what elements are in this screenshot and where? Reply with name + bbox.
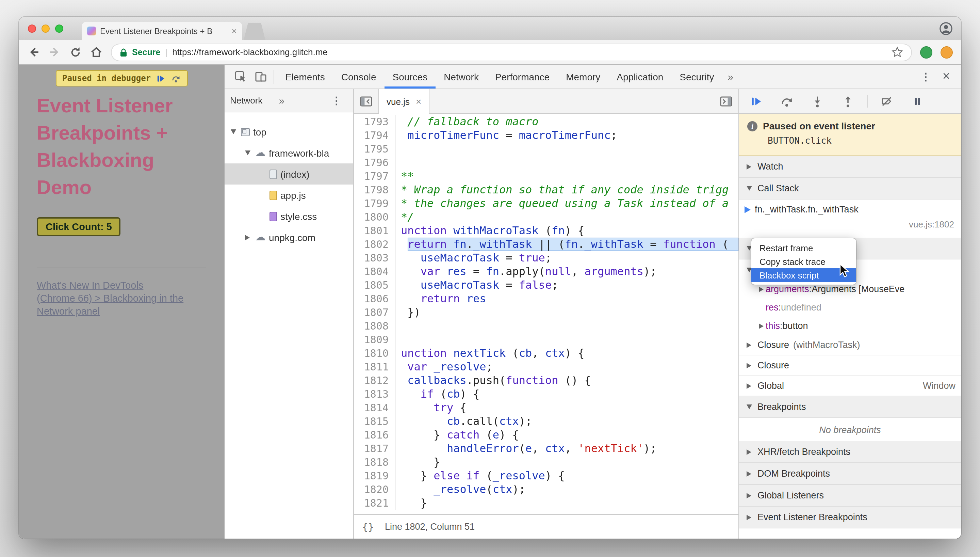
click-count-button[interactable]: Click Count: 5 [37, 217, 121, 236]
devtools-close-icon[interactable]: × [937, 68, 956, 85]
code-line[interactable]: 1819 } else if (_resolve) { [354, 469, 738, 483]
pretty-print-icon[interactable]: {} [362, 521, 374, 532]
section-xhr-fetch-breakpoints[interactable]: XHR/fetch Breakpoints [739, 441, 961, 463]
line-number[interactable]: 1815 [354, 415, 396, 428]
line-number[interactable]: 1807 [354, 306, 396, 319]
link-line[interactable]: (Chrome 66) > Blackboxing in the [37, 292, 206, 305]
devtools-tab-performance[interactable]: Performance [487, 65, 558, 88]
section-breakpoints[interactable]: Breakpoints [739, 396, 961, 418]
code-line[interactable]: 1808 [354, 319, 738, 333]
line-number[interactable]: 1816 [354, 428, 396, 442]
banner-step-over-icon[interactable] [170, 74, 181, 83]
code-line[interactable]: 1795 [354, 142, 738, 156]
section-watch[interactable]: Watch [739, 156, 961, 178]
resume-button[interactable] [750, 95, 762, 107]
code-line[interactable]: 1797** [354, 169, 738, 183]
more-tabs-icon[interactable]: » [722, 71, 739, 82]
tree-item-unpkg-com[interactable]: ☁unpkg.com [225, 227, 353, 248]
expand-icon[interactable] [757, 323, 766, 329]
forward-button[interactable] [48, 46, 61, 59]
editor-tab-close-icon[interactable]: × [416, 96, 421, 107]
line-number[interactable]: 1812 [354, 374, 396, 388]
line-number[interactable]: 1794 [354, 129, 396, 142]
step-out-button[interactable] [842, 95, 854, 107]
step-into-button[interactable] [811, 95, 823, 107]
devtools-menu-icon[interactable]: ⋮ [915, 70, 937, 83]
code-line[interactable]: 1804 var res = fn.apply(null, arguments)… [354, 265, 738, 278]
section-call-stack[interactable]: Call Stack [739, 178, 961, 200]
line-number[interactable]: 1814 [354, 401, 396, 415]
code-line[interactable]: 1809 [354, 333, 738, 347]
window-minimize-button[interactable] [42, 24, 50, 33]
scope-variable-res[interactable]: res: undefined [739, 298, 961, 317]
code-line[interactable]: 1793 // fallback to macro [354, 115, 738, 129]
devtools-tab-security[interactable]: Security [672, 65, 722, 88]
line-number[interactable]: 1805 [354, 278, 396, 292]
back-button[interactable] [27, 46, 40, 59]
navigator-more-tabs-icon[interactable]: » [273, 94, 290, 106]
devtools-tab-sources[interactable]: Sources [384, 65, 436, 88]
code-line[interactable]: 1811 var _resolve; [354, 360, 738, 374]
devtools-tab-memory[interactable]: Memory [558, 65, 608, 88]
devtools-tab-elements[interactable]: Elements [277, 65, 333, 88]
code-line[interactable]: 1799* the changes are queued using a Tas… [354, 197, 738, 210]
code-line[interactable]: 1806 return res [354, 292, 738, 306]
code-line[interactable]: 1805 useMacroTask = false; [354, 278, 738, 292]
inspect-element-icon[interactable] [230, 65, 250, 88]
section-global-listeners[interactable]: Global Listeners [739, 485, 961, 507]
line-number[interactable]: 1817 [354, 442, 396, 456]
call-stack-frame[interactable]: fn._withTask.fn._withTask vue.js:1802 [739, 200, 961, 238]
page-link[interactable]: What's New In DevTools(Chrome 66) > Blac… [37, 279, 206, 318]
line-number[interactable]: 1797 [354, 169, 396, 183]
code-line[interactable]: 1796 [354, 156, 738, 169]
tree-expand-icon[interactable] [243, 235, 252, 240]
line-number[interactable]: 1810 [354, 347, 396, 360]
navigator-tab-network[interactable]: Network [230, 95, 262, 106]
url-text[interactable]: https://framework-blackboxing.glitch.me [172, 47, 887, 57]
tab-close-icon[interactable]: × [232, 26, 237, 36]
code-line[interactable]: 1798* Wrap a function so that if any cod… [354, 183, 738, 197]
expand-icon[interactable] [757, 286, 766, 292]
tree-item-app-js[interactable]: app.js [225, 184, 353, 206]
editor-tab-vue-js[interactable]: vue.js × [378, 89, 430, 114]
tree-item-index[interactable]: (index) [225, 163, 353, 184]
line-number[interactable]: 1798 [354, 183, 396, 197]
code-line[interactable]: 1813 if (cb) { [354, 388, 738, 401]
step-over-button[interactable] [780, 95, 793, 107]
link-line[interactable]: What's New In DevTools [37, 279, 206, 292]
code-line[interactable]: 1820 _resolve(ctx); [354, 483, 738, 497]
new-tab-button[interactable] [243, 23, 265, 40]
toggle-debugger-sidebar-icon[interactable] [714, 89, 738, 113]
code-line[interactable]: 1817 handleError(e, ctx, 'nextTick'); [354, 442, 738, 456]
tree-item-style-css[interactable]: style.css [225, 206, 353, 227]
scope-closure[interactable]: Closure(withMacroTask) [739, 335, 961, 355]
line-number[interactable]: 1803 [354, 251, 396, 265]
section-dom-breakpoints[interactable]: DOM Breakpoints [739, 463, 961, 485]
code-line[interactable]: 1818 } [354, 456, 738, 469]
frame-location[interactable]: vue.js:1802 [745, 219, 954, 230]
code-line[interactable]: 1821 } [354, 497, 738, 510]
link-line[interactable]: Network panel [37, 305, 206, 318]
code-line[interactable]: 1807 }) [354, 306, 738, 319]
section-event-listener-breakpoints[interactable]: Event Listener Breakpoints [739, 507, 961, 528]
line-number[interactable]: 1821 [354, 497, 396, 510]
browser-menu-update-icon[interactable] [941, 46, 953, 58]
line-number[interactable]: 1796 [354, 156, 396, 169]
tree-item-framework-bla[interactable]: ☁framework-bla [225, 142, 353, 163]
line-number[interactable]: 1820 [354, 483, 396, 497]
scope-closure[interactable]: Closure [739, 355, 961, 376]
line-number[interactable]: 1802 [354, 238, 396, 251]
toggle-navigator-icon[interactable] [354, 89, 378, 113]
line-number[interactable]: 1799 [354, 197, 396, 210]
banner-resume-icon[interactable] [156, 74, 165, 83]
window-close-button[interactable] [28, 24, 36, 33]
code-line[interactable]: 1812 callbacks.push(function () { [354, 374, 738, 388]
navigator-menu-icon[interactable]: ⋮ [325, 94, 348, 107]
browser-tab[interactable]: Event Listener Breakpoints + B × [82, 22, 242, 40]
reload-button[interactable] [70, 46, 82, 58]
code-line[interactable]: 1803 useMacroTask = true; [354, 251, 738, 265]
menu-item-restart-frame[interactable]: Restart frame [751, 241, 856, 255]
code-line[interactable]: 1810unction nextTick (cb, ctx) { [354, 347, 738, 360]
devtools-tab-application[interactable]: Application [608, 65, 672, 88]
line-number[interactable]: 1801 [354, 224, 396, 238]
